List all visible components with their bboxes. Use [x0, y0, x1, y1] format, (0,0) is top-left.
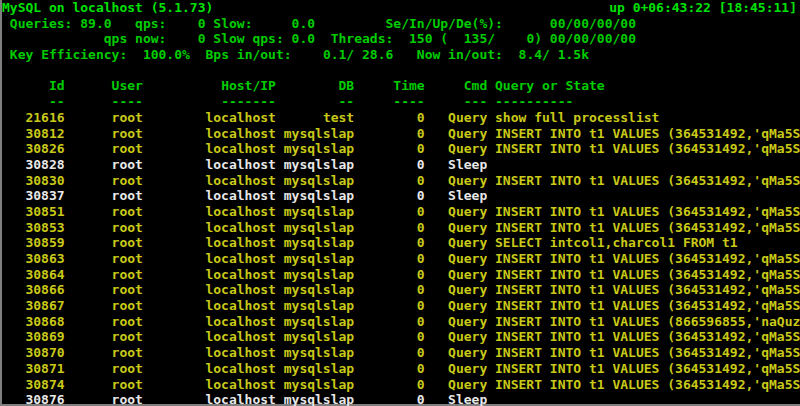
- cell-query: INSERT INTO t1 VALUES (364531492,'qMa5Su: [487, 345, 800, 361]
- cell-time: 0: [354, 329, 424, 345]
- table-header-underline-row: -- ---- ------- -- ---- --- ----------: [2, 94, 800, 110]
- cell-time: 0: [354, 126, 424, 142]
- cell-id: 30828: [2, 157, 65, 173]
- cell-id: 30812: [2, 126, 65, 142]
- cell-host: localhost: [143, 361, 276, 377]
- cell-query: INSERT INTO t1 VALUES (364531492,'qMa5Su: [487, 141, 800, 157]
- cell-query: INSERT INTO t1 VALUES (364531492,'qMa5Su: [487, 377, 800, 393]
- cell-user: root: [65, 157, 143, 173]
- cell-db: mysqlslap: [276, 329, 354, 345]
- spacer-line: [2, 63, 800, 79]
- table-row: 30853 root localhost mysqlslap 0 Query I…: [2, 220, 800, 236]
- cell-db: mysqlslap: [276, 220, 354, 236]
- underline-time: ----: [354, 94, 424, 110]
- cell-cmd: Query: [425, 377, 488, 393]
- cell-time: 0: [354, 361, 424, 377]
- cell-user: root: [65, 345, 143, 361]
- cell-time: 0: [354, 220, 424, 236]
- uptime-clock: up 0+06:43:22 [18:45:11]: [609, 0, 797, 16]
- cell-time: 0: [354, 298, 424, 314]
- stats-line-queries: Queries: 89.0 qps: 0 Slow: 0.0 Se/In/Up/…: [2, 16, 800, 32]
- cell-host: localhost: [143, 392, 276, 406]
- table-row: 30866 root localhost mysqlslap 0 Query I…: [2, 282, 800, 298]
- cell-id: 30871: [2, 361, 65, 377]
- cell-db: mysqlslap: [276, 204, 354, 220]
- cell-cmd: Query: [425, 220, 488, 236]
- cell-time: 0: [354, 267, 424, 283]
- table-row: 30869 root localhost mysqlslap 0 Query I…: [2, 329, 800, 345]
- table-row: 21616 root localhost test 0 Query show f…: [2, 110, 800, 126]
- cell-user: root: [65, 392, 143, 406]
- table-row: 30826 root localhost mysqlslap 0 Query I…: [2, 141, 800, 157]
- table-row: 30870 root localhost mysqlslap 0 Query I…: [2, 345, 800, 361]
- cell-query: show full processlist: [487, 110, 800, 126]
- cell-db: test: [276, 110, 354, 126]
- cell-query: INSERT INTO t1 VALUES (364531492,'qMa5Su: [487, 126, 800, 142]
- cell-user: root: [65, 220, 143, 236]
- underline-host: -------: [143, 94, 276, 110]
- cell-user: root: [65, 110, 143, 126]
- cell-query: INSERT INTO t1 VALUES (866596855,'naQuzh: [487, 314, 800, 330]
- underline-query: ----------: [487, 94, 800, 110]
- cell-user: root: [65, 267, 143, 283]
- cell-user: root: [65, 173, 143, 189]
- cell-cmd: Query: [425, 282, 488, 298]
- cell-query: INSERT INTO t1 VALUES (364531492,'qMa5Su: [487, 204, 800, 220]
- cell-user: root: [65, 251, 143, 267]
- cell-user: root: [65, 188, 143, 204]
- cell-id: 30866: [2, 282, 65, 298]
- cell-host: localhost: [143, 204, 276, 220]
- cell-id: 30859: [2, 235, 65, 251]
- cell-user: root: [65, 141, 143, 157]
- cell-query: INSERT INTO t1 VALUES (364531492,'qMa5Su: [487, 329, 800, 345]
- cell-time: 0: [354, 204, 424, 220]
- cell-time: 0: [354, 251, 424, 267]
- table-row: 30859 root localhost mysqlslap 0 Query S…: [2, 235, 800, 251]
- cell-query: INSERT INTO t1 VALUES (364531492,'qMa5Su: [487, 173, 800, 189]
- table-row: 30812 root localhost mysqlslap 0 Query I…: [2, 126, 800, 142]
- cell-user: root: [65, 314, 143, 330]
- cell-id: 30851: [2, 204, 65, 220]
- cell-id: 30863: [2, 251, 65, 267]
- cell-host: localhost: [143, 188, 276, 204]
- cell-time: 0: [354, 377, 424, 393]
- cell-host: localhost: [143, 267, 276, 283]
- cell-id: 30864: [2, 267, 65, 283]
- cell-id: 30837: [2, 188, 65, 204]
- cell-host: localhost: [143, 220, 276, 236]
- table-row: 30830 root localhost mysqlslap 0 Query I…: [2, 173, 800, 189]
- col-header-id: Id: [2, 78, 65, 94]
- cell-db: mysqlslap: [276, 173, 354, 189]
- cell-time: 0: [354, 141, 424, 157]
- table-row: 30851 root localhost mysqlslap 0 Query I…: [2, 204, 800, 220]
- underline-id: --: [2, 94, 65, 110]
- cell-cmd: Query: [425, 329, 488, 345]
- cell-id: 30826: [2, 141, 65, 157]
- cell-user: root: [65, 126, 143, 142]
- col-header-time: Time: [354, 78, 424, 94]
- cell-cmd: Query: [425, 141, 488, 157]
- cell-time: 0: [354, 235, 424, 251]
- cell-db: mysqlslap: [276, 235, 354, 251]
- cell-host: localhost: [143, 314, 276, 330]
- cell-user: root: [65, 235, 143, 251]
- cell-cmd: Sleep: [425, 157, 488, 173]
- cell-id: 30853: [2, 220, 65, 236]
- cell-id: 21616: [2, 110, 65, 126]
- server-title: MySQL on localhost (5.1.73): [2, 0, 213, 16]
- table-row: 30863 root localhost mysqlslap 0 Query I…: [2, 251, 800, 267]
- cell-query: [487, 188, 800, 204]
- cell-time: 0: [354, 173, 424, 189]
- cell-time: 0: [354, 188, 424, 204]
- cell-host: localhost: [143, 298, 276, 314]
- cell-host: localhost: [143, 377, 276, 393]
- underline-cmd: ---: [425, 94, 488, 110]
- table-row: 30876 root localhost mysqlslap 0 Sleep: [2, 392, 800, 406]
- process-list: 21616 root localhost test 0 Query show f…: [2, 110, 800, 406]
- cell-db: mysqlslap: [276, 314, 354, 330]
- cell-host: localhost: [143, 126, 276, 142]
- cell-user: root: [65, 298, 143, 314]
- col-header-user: User: [65, 78, 143, 94]
- cell-cmd: Query: [425, 204, 488, 220]
- table-row: 30867 root localhost mysqlslap 0 Query I…: [2, 298, 800, 314]
